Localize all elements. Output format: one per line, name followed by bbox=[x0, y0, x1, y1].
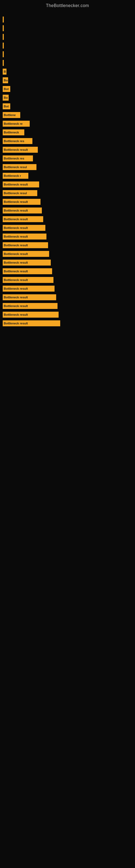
bar-row bbox=[3, 16, 132, 23]
bar-label-29: Bottleneck result bbox=[4, 270, 28, 273]
bar-11: Bottlene bbox=[3, 112, 20, 118]
bar-row: Bottleneck result bbox=[3, 250, 132, 258]
bar-row: Bo bbox=[3, 76, 132, 84]
bar-row: Bot bbox=[3, 102, 132, 110]
bar-label-33: Bottleneck result bbox=[4, 304, 28, 308]
bar-label-19: Bottleneck result bbox=[4, 183, 28, 186]
page-title: TheBottlenecker.com bbox=[0, 0, 135, 10]
bar-24: Bottleneck result bbox=[3, 225, 45, 231]
bar-3 bbox=[3, 42, 4, 49]
bar-23: Bottleneck result bbox=[3, 216, 43, 222]
bar-label-17: Bottleneck resul bbox=[4, 165, 27, 169]
bar-label-22: Bottleneck result bbox=[4, 209, 28, 212]
bar-label-20: Bottleneck resul bbox=[4, 191, 27, 195]
bar-row: Bottleneck result bbox=[3, 311, 132, 318]
bar-6: B bbox=[3, 69, 6, 74]
bar-label-8: Bot bbox=[4, 87, 9, 91]
bar-row: Bottleneck resul bbox=[3, 189, 132, 197]
bar-label-12: Bottleneck re bbox=[4, 122, 23, 125]
bar-19: Bottleneck result bbox=[3, 182, 39, 187]
bar-row bbox=[3, 42, 132, 50]
bar-35: Bottleneck result bbox=[3, 320, 60, 326]
bar-row: Bottleneck res bbox=[3, 155, 132, 162]
bar-label-26: Bottleneck result bbox=[4, 244, 28, 247]
bar-row bbox=[3, 51, 132, 58]
bar-13: Bottleneck bbox=[3, 129, 24, 135]
bar-label-34: Bottleneck result bbox=[4, 313, 28, 316]
bar-32: Bottleneck result bbox=[3, 294, 56, 300]
bar-label-23: Bottleneck result bbox=[4, 218, 28, 221]
bar-row: Bottlene bbox=[3, 111, 132, 119]
bar-27: Bottleneck result bbox=[3, 251, 49, 257]
bar-row: Bottleneck result bbox=[3, 302, 132, 310]
bar-26: Bottleneck result bbox=[3, 242, 48, 248]
bar-10: Bot bbox=[3, 103, 10, 109]
bar-row: Bottleneck result bbox=[3, 181, 132, 188]
bar-row: Bottleneck result bbox=[3, 233, 132, 240]
bar-row: Bottleneck result bbox=[3, 215, 132, 223]
bar-label-18: Bottleneck r bbox=[4, 174, 21, 177]
bar-12: Bottleneck re bbox=[3, 121, 30, 127]
bar-22: Bottleneck result bbox=[3, 208, 42, 214]
bar-row: Bottleneck result bbox=[3, 241, 132, 249]
bar-row: Bo bbox=[3, 94, 132, 101]
bar-20: Bottleneck resul bbox=[3, 190, 37, 196]
bar-28: Bottleneck result bbox=[3, 259, 51, 266]
bar-row: Bottleneck result bbox=[3, 207, 132, 214]
bar-label-30: Bottleneck result bbox=[4, 278, 28, 282]
bar-16: Bottleneck res bbox=[3, 155, 33, 161]
bar-label-21: Bottleneck result bbox=[4, 200, 28, 204]
bar-label-25: Bottleneck result bbox=[4, 235, 28, 238]
bar-34: Bottleneck result bbox=[3, 312, 58, 318]
bar-row: Bot bbox=[3, 85, 132, 93]
bar-0 bbox=[3, 17, 4, 23]
bar-label-15: Bottleneck result bbox=[4, 148, 28, 151]
bar-label-24: Bottleneck result bbox=[4, 226, 28, 229]
bar-label-28: Bottleneck result bbox=[4, 261, 28, 264]
bar-17: Bottleneck resul bbox=[3, 164, 37, 170]
bars-container: BBoBotBoBotBottleneBottleneck reBottlene… bbox=[0, 10, 135, 334]
bar-8: Bot bbox=[3, 86, 10, 92]
bar-label-7: Bo bbox=[4, 79, 8, 82]
bar-row: Bottleneck result bbox=[3, 146, 132, 154]
bar-row: Bottleneck bbox=[3, 129, 132, 136]
bar-31: Bottleneck result bbox=[3, 286, 54, 291]
bar-row bbox=[3, 24, 132, 32]
bar-label-31: Bottleneck result bbox=[4, 287, 28, 290]
bar-row: Bottleneck result bbox=[3, 224, 132, 231]
bar-label-32: Bottleneck result bbox=[4, 296, 28, 299]
bar-row: Bottleneck result bbox=[3, 285, 132, 292]
bar-25: Bottleneck result bbox=[3, 234, 46, 240]
bar-row: Bottleneck result bbox=[3, 276, 132, 284]
bar-label-13: Bottleneck bbox=[4, 131, 19, 134]
bar-row: Bottleneck resul bbox=[3, 163, 132, 171]
bar-row: Bottleneck result bbox=[3, 268, 132, 275]
bar-row bbox=[3, 59, 132, 67]
bar-label-14: Bottleneck res bbox=[4, 140, 24, 143]
bar-14: Bottleneck res bbox=[3, 138, 32, 144]
bar-row: Bottleneck res bbox=[3, 137, 132, 145]
bar-row: Bottleneck re bbox=[3, 120, 132, 127]
bar-1 bbox=[3, 25, 4, 31]
bar-label-10: Bot bbox=[4, 105, 9, 108]
bar-29: Bottleneck result bbox=[3, 268, 52, 274]
bar-label-27: Bottleneck result bbox=[4, 252, 28, 255]
bar-row: Bottleneck result bbox=[3, 293, 132, 301]
bar-9: Bo bbox=[3, 95, 9, 101]
bar-label-6: B bbox=[4, 70, 6, 73]
bar-5 bbox=[3, 60, 4, 66]
bar-7: Bo bbox=[3, 77, 8, 83]
bar-label-11: Bottlene bbox=[4, 113, 16, 117]
bar-row: Bottleneck result bbox=[3, 198, 132, 206]
bar-4 bbox=[3, 51, 4, 57]
bar-row: Bottleneck result bbox=[3, 319, 132, 327]
bar-label-9: Bo bbox=[4, 96, 8, 99]
bar-label-35: Bottleneck result bbox=[4, 322, 28, 325]
bar-row: Bottleneck r bbox=[3, 172, 132, 180]
bar-15: Bottleneck result bbox=[3, 147, 38, 153]
bar-row bbox=[3, 33, 132, 41]
bar-33: Bottleneck result bbox=[3, 303, 57, 309]
bar-30: Bottleneck result bbox=[3, 277, 53, 283]
bar-row: Bottleneck result bbox=[3, 259, 132, 267]
bar-label-16: Bottleneck res bbox=[4, 157, 24, 160]
